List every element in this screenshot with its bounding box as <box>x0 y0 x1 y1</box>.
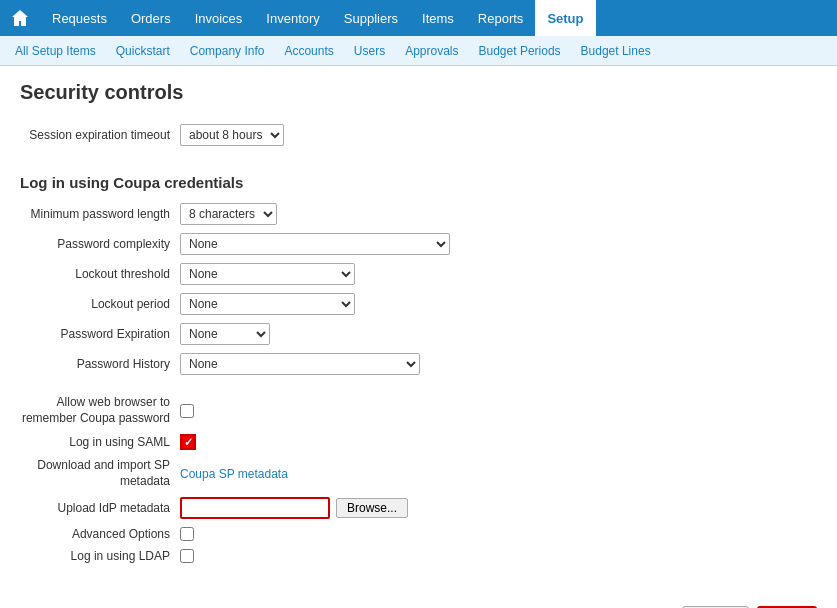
ldap-row: Log in using LDAP <box>20 549 817 563</box>
upload-idp-label: Upload IdP metadata <box>20 501 180 515</box>
lockout-threshold-label: Lockout threshold <box>20 267 180 281</box>
nav-setup[interactable]: Setup <box>535 0 595 36</box>
sub-accounts[interactable]: Accounts <box>274 36 343 66</box>
password-complexity-row: Password complexity None <box>20 233 817 255</box>
nav-items[interactable]: Items <box>410 0 466 36</box>
web-browser-row: Allow web browser to remember Coupa pass… <box>20 395 817 426</box>
lockout-threshold-select[interactable]: None <box>180 263 355 285</box>
nav-requests[interactable]: Requests <box>40 0 119 36</box>
nav-reports[interactable]: Reports <box>466 0 536 36</box>
sp-metadata-label: Download and import SP metadata <box>20 458 180 489</box>
page-footer: View last 6 months audit trail of passwo… <box>0 596 837 608</box>
nav-orders[interactable]: Orders <box>119 0 183 36</box>
password-expiration-label: Password Expiration <box>20 327 180 341</box>
password-expiration-select[interactable]: None <box>180 323 270 345</box>
sp-metadata-link[interactable]: Coupa SP metadata <box>180 467 288 481</box>
browse-button[interactable]: Browse... <box>336 498 408 518</box>
sub-budget-lines[interactable]: Budget Lines <box>571 36 661 66</box>
sub-company-info[interactable]: Company Info <box>180 36 275 66</box>
lockout-threshold-row: Lockout threshold None <box>20 263 817 285</box>
ldap-label: Log in using LDAP <box>20 549 180 563</box>
sub-users[interactable]: Users <box>344 36 395 66</box>
web-browser-checkbox[interactable] <box>180 404 194 418</box>
saml-checkbox[interactable] <box>180 434 196 450</box>
password-expiration-row: Password Expiration None <box>20 323 817 345</box>
home-button[interactable] <box>0 0 40 36</box>
password-history-row: Password History None <box>20 353 817 375</box>
sp-metadata-row: Download and import SP metadata Coupa SP… <box>20 458 817 489</box>
nav-suppliers[interactable]: Suppliers <box>332 0 410 36</box>
session-expiration-label: Session expiration timeout <box>20 128 180 142</box>
home-icon <box>10 8 30 28</box>
min-password-row: Minimum password length 8 characters <box>20 203 817 225</box>
lockout-period-label: Lockout period <box>20 297 180 311</box>
sub-nav: All Setup Items Quickstart Company Info … <box>0 36 837 66</box>
password-complexity-select[interactable]: None <box>180 233 450 255</box>
upload-idp-row: Upload IdP metadata Browse... <box>20 497 817 519</box>
min-password-label: Minimum password length <box>20 207 180 221</box>
session-expiration-row: Session expiration timeout about 8 hours <box>20 124 817 146</box>
sub-approvals[interactable]: Approvals <box>395 36 468 66</box>
saml-row: Log in using SAML <box>20 434 817 450</box>
ldap-checkbox[interactable] <box>180 549 194 563</box>
top-nav: Requests Orders Invoices Inventory Suppl… <box>0 0 837 36</box>
session-expiration-select[interactable]: about 8 hours <box>180 124 284 146</box>
saml-label: Log in using SAML <box>20 435 180 449</box>
advanced-options-label: Advanced Options <box>20 527 180 541</box>
web-browser-label: Allow web browser to remember Coupa pass… <box>20 395 180 426</box>
coupa-creds-section: Log in using Coupa credentials Minimum p… <box>20 174 817 375</box>
sub-all-setup-items[interactable]: All Setup Items <box>5 36 106 66</box>
nav-invoices[interactable]: Invoices <box>183 0 255 36</box>
nav-inventory[interactable]: Inventory <box>254 0 331 36</box>
lockout-period-row: Lockout period None <box>20 293 817 315</box>
password-complexity-label: Password complexity <box>20 237 180 251</box>
page-title: Security controls <box>20 81 817 104</box>
advanced-options-checkbox[interactable] <box>180 527 194 541</box>
page-content: Security controls Session expiration tim… <box>0 66 837 586</box>
upload-idp-input[interactable] <box>180 497 330 519</box>
lockout-period-select[interactable]: None <box>180 293 355 315</box>
password-history-label: Password History <box>20 357 180 371</box>
password-history-select[interactable]: None <box>180 353 420 375</box>
sub-budget-periods[interactable]: Budget Periods <box>469 36 571 66</box>
min-password-select[interactable]: 8 characters <box>180 203 277 225</box>
coupa-creds-title: Log in using Coupa credentials <box>20 174 817 191</box>
sub-quickstart[interactable]: Quickstart <box>106 36 180 66</box>
advanced-options-row: Advanced Options <box>20 527 817 541</box>
